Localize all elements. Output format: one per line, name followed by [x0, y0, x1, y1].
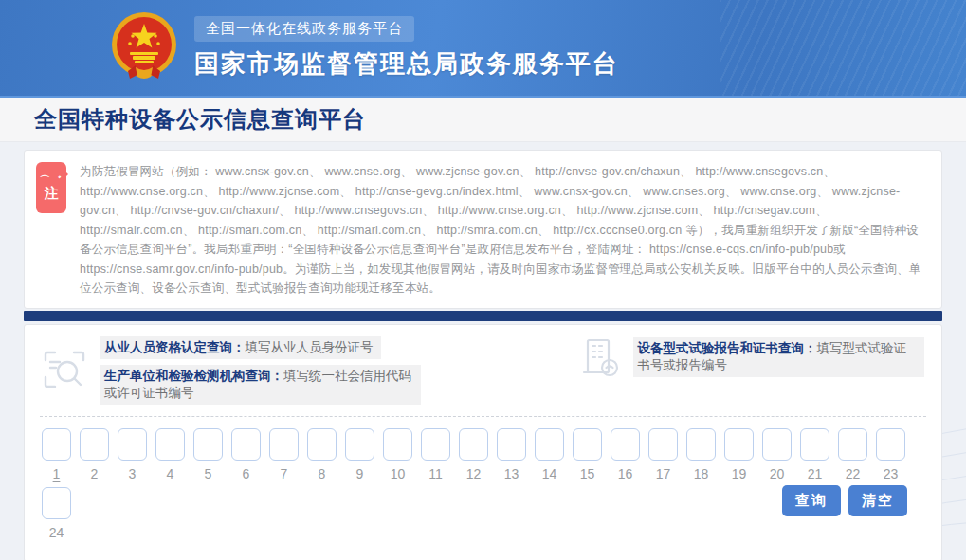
code-index-label: 13 — [497, 466, 526, 483]
code-cell: 20 — [762, 428, 792, 483]
dashed-separator — [40, 416, 926, 417]
code-box-9[interactable] — [345, 428, 374, 461]
code-index-label: 8 — [307, 466, 337, 483]
code-index-label: 22 — [838, 466, 867, 483]
code-index-label: 4 — [155, 466, 185, 483]
code-index-label: 5 — [193, 466, 223, 483]
code-box-10[interactable] — [383, 428, 412, 461]
code-cell: 12 — [459, 428, 488, 483]
code-index-label: 21 — [800, 466, 829, 483]
building-report-icon — [580, 336, 620, 378]
code-index-label: 15 — [573, 466, 602, 483]
instruction-unit-query: 生产单位和检验检测机构查询：填写统一社会信用代码或许可证书编号 — [100, 365, 421, 405]
code-box-17[interactable] — [648, 428, 678, 461]
scan-search-icon — [42, 349, 87, 392]
code-cell: 14 — [535, 428, 564, 483]
national-emblem-logo — [107, 9, 181, 88]
code-box-2[interactable] — [80, 428, 109, 461]
code-cell: 5 — [193, 428, 223, 483]
code-box-5[interactable] — [193, 428, 223, 461]
code-index-label: 20 — [762, 466, 792, 483]
instruction-person-label: 从业人员资格认定查询： — [104, 340, 246, 354]
anti-fake-notice-text: 为防范假冒网站（例如： www.cnsx-gov.cn、 www.cnse.or… — [80, 160, 928, 298]
code-box-18[interactable] — [686, 428, 716, 461]
code-box-22[interactable] — [838, 428, 867, 461]
code-index-label: 1 — [42, 466, 71, 483]
code-index-label: 16 — [611, 466, 640, 483]
code-index-label: 24 — [42, 525, 71, 542]
anti-fake-notice-card: ⌒゛ 注 为防范假冒网站（例如： www.cnsx-gov.cn、 www.cn… — [24, 150, 942, 309]
code-box-1[interactable] — [42, 428, 71, 461]
code-box-12[interactable] — [459, 428, 488, 461]
code-box-8[interactable] — [307, 428, 337, 461]
code-box-6[interactable] — [231, 428, 261, 461]
page-title-band: 全国特种设备公示信息查询平台 — [0, 98, 966, 142]
code-index-label: 14 — [535, 466, 564, 483]
code-index-label: 18 — [686, 466, 716, 483]
code-cell: 11 — [421, 428, 450, 483]
code-index-label: 6 — [231, 466, 261, 483]
code-cell: 18 — [686, 428, 716, 483]
code-box-19[interactable] — [724, 428, 754, 461]
code-box-3[interactable] — [118, 428, 147, 461]
code-input-area: 123456789101112131415161718192021222324 … — [38, 428, 928, 546]
code-box-16[interactable] — [611, 428, 640, 461]
code-index-label: 7 — [269, 466, 299, 483]
code-cell: 13 — [497, 428, 526, 483]
code-index-label: 12 — [459, 466, 488, 483]
instruction-type-test-label: 设备型式试验报告和证书查询： — [637, 341, 816, 355]
code-index-label: 23 — [876, 466, 905, 483]
code-cell: 1 — [42, 428, 71, 483]
code-index-label: 2 — [80, 466, 109, 483]
code-cell: 6 — [231, 428, 261, 483]
code-box-23[interactable] — [876, 428, 905, 461]
code-cell: 19 — [724, 428, 754, 483]
clear-button[interactable]: 清空 — [848, 485, 907, 516]
code-index-label: 11 — [421, 466, 450, 483]
section-divider-bar — [24, 311, 942, 321]
instructions-right-group: 设备型式试验报告和证书查询：填写型式试验证书号或报告编号 — [580, 336, 924, 378]
code-cell: 17 — [648, 428, 678, 483]
national-platform-banner: 全国一体化在线政务服务平台 — [194, 16, 414, 42]
instructions-left-group: 从业人员资格认定查询：填写从业人员身份证号 生产单位和检验检测机构查询：填写统一… — [42, 336, 421, 405]
action-buttons: 查询 清空 — [782, 485, 907, 516]
code-box-11[interactable] — [421, 428, 450, 461]
code-index-label: 19 — [724, 466, 754, 483]
code-cell: 16 — [611, 428, 640, 483]
code-cell: 22 — [838, 428, 867, 483]
query-instructions: 从业人员资格认定查询：填写从业人员身份证号 生产单位和检验检测机构查询：填写统一… — [38, 334, 928, 414]
query-card: 从业人员资格认定查询：填写从业人员身份证号 生产单位和检验检测机构查询：填写统一… — [24, 324, 942, 560]
code-index-label: 10 — [383, 466, 412, 483]
code-cell: 24 — [42, 487, 71, 542]
code-box-14[interactable] — [535, 428, 564, 461]
instruction-person-hint: 填写从业人员身份证号 — [246, 340, 374, 354]
code-cell: 15 — [573, 428, 602, 483]
code-box-15[interactable] — [573, 428, 602, 461]
code-cell: 4 — [155, 428, 185, 483]
instruction-type-test-query: 设备型式试验报告和证书查询：填写型式试验证书号或报告编号 — [633, 337, 924, 377]
code-box-4[interactable] — [155, 428, 185, 461]
code-box-21[interactable] — [800, 428, 829, 461]
code-index-label: 17 — [648, 466, 678, 483]
notice-badge-icon: ⌒゛ 注 — [36, 162, 66, 213]
instruction-person-query: 从业人员资格认定查询：填写从业人员身份证号 — [100, 336, 381, 359]
code-cell: 23 — [876, 428, 905, 483]
code-index-label: 9 — [345, 466, 374, 483]
code-index-label: 3 — [118, 466, 147, 483]
page-title: 全国特种设备公示信息查询平台 — [34, 104, 366, 135]
code-cell: 8 — [307, 428, 337, 483]
notice-badge-label: 注 — [45, 186, 59, 201]
code-box-20[interactable] — [762, 428, 792, 461]
code-cell: 21 — [800, 428, 829, 483]
code-cell: 9 — [345, 428, 374, 483]
code-box-7[interactable] — [269, 428, 299, 461]
code-cell: 7 — [269, 428, 299, 483]
site-header: 全国一体化在线政务服务平台 国家市场监督管理总局政务服务平台 — [0, 0, 966, 98]
code-cell: 3 — [118, 428, 147, 483]
query-button[interactable]: 查询 — [782, 485, 841, 516]
instruction-unit-label: 生产单位和检验检测机构查询： — [104, 369, 283, 383]
code-box-24[interactable] — [42, 487, 71, 519]
code-cell: 2 — [80, 428, 109, 483]
code-cell: 10 — [383, 428, 412, 483]
code-box-13[interactable] — [497, 428, 526, 461]
